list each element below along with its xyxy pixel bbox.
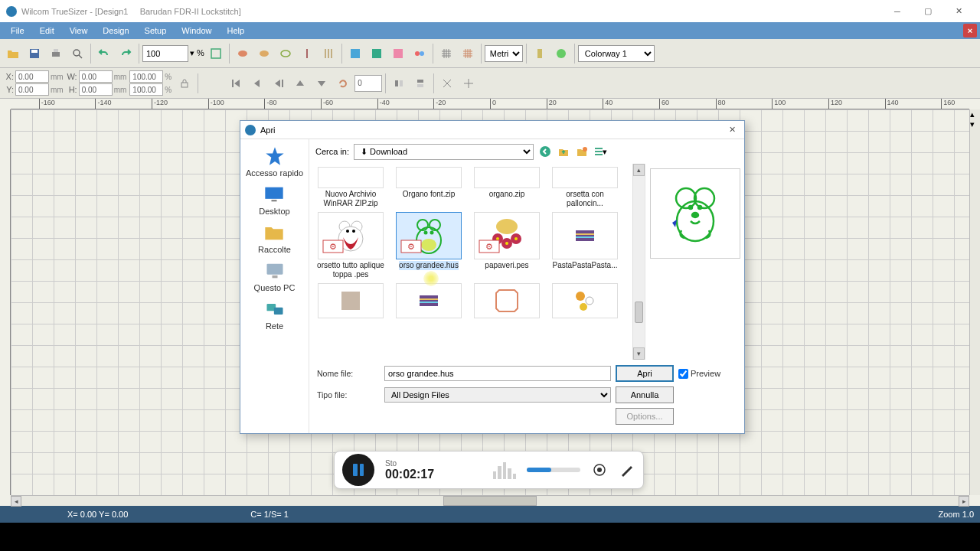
file-item[interactable] bbox=[315, 283, 386, 318]
place-collections[interactable]: Raccolte bbox=[258, 222, 291, 254]
menu-help[interactable]: Help bbox=[219, 24, 252, 37]
place-this-pc[interactable]: Questo PC bbox=[254, 260, 296, 292]
file-item[interactable]: ⚙papaveri.pes bbox=[472, 212, 542, 279]
undo-icon[interactable] bbox=[94, 44, 114, 64]
view-hoop-icon[interactable] bbox=[367, 44, 387, 64]
file-item[interactable]: organo.zip bbox=[472, 167, 542, 207]
file-item[interactable]: ⚙orsetto tutto aplique toppa .pes bbox=[315, 212, 386, 279]
nav-start-icon[interactable] bbox=[226, 73, 246, 93]
menu-view[interactable]: View bbox=[62, 24, 96, 37]
file-scroll-thumb[interactable] bbox=[635, 302, 643, 323]
lookin-select[interactable]: ⬇ Download bbox=[354, 144, 534, 160]
file-item[interactable]: ⚙orso grandee.hus bbox=[394, 212, 464, 279]
filename-input[interactable] bbox=[384, 366, 611, 381]
save-icon[interactable] bbox=[24, 44, 44, 64]
recorder-volume-slider[interactable] bbox=[527, 468, 580, 472]
file-scroll-up-icon[interactable]: ▴ bbox=[633, 164, 645, 176]
zoom-input[interactable] bbox=[142, 45, 188, 62]
recorder-draw-icon[interactable] bbox=[619, 461, 635, 478]
print-preview-icon[interactable] bbox=[67, 44, 87, 64]
file-item[interactable]: orsetta con palloncin... bbox=[550, 167, 620, 207]
menu-file[interactable]: File bbox=[3, 24, 32, 37]
open-icon[interactable] bbox=[3, 44, 23, 64]
close-document-button[interactable]: × bbox=[963, 24, 977, 37]
place-desktop[interactable]: Desktop bbox=[259, 184, 289, 216]
view-bg-icon[interactable] bbox=[388, 44, 408, 64]
file-scroll-down-icon[interactable]: ▾ bbox=[633, 347, 645, 360]
h-input[interactable] bbox=[79, 83, 113, 96]
filetype-select[interactable]: All Design Files bbox=[384, 387, 611, 403]
place-network[interactable]: Rete bbox=[264, 298, 286, 331]
open-button[interactable]: Apri bbox=[616, 365, 674, 382]
angle-input[interactable] bbox=[354, 75, 382, 92]
tool-a-icon[interactable] bbox=[437, 73, 457, 93]
scroll-thumb-h[interactable] bbox=[443, 496, 537, 506]
scroll-up-icon[interactable]: ▴ bbox=[970, 109, 980, 119]
file-item[interactable] bbox=[472, 283, 542, 318]
view-colors-icon[interactable] bbox=[410, 44, 430, 64]
recorder-pause-button[interactable] bbox=[342, 454, 374, 486]
mirror-v-icon[interactable] bbox=[410, 73, 430, 93]
file-item[interactable]: Organo font.zip bbox=[394, 167, 464, 207]
dialog-close-icon[interactable]: ✕ bbox=[724, 125, 740, 135]
file-item[interactable]: PastaPastaPasta... bbox=[550, 212, 620, 279]
nav-up-icon[interactable] bbox=[290, 73, 310, 93]
stitch-a-icon[interactable] bbox=[233, 44, 253, 64]
tool-b-icon[interactable] bbox=[459, 73, 479, 93]
redo-icon[interactable] bbox=[116, 44, 136, 64]
view-design-icon[interactable] bbox=[345, 44, 365, 64]
recorder-webcam-icon[interactable] bbox=[591, 461, 608, 478]
w-input[interactable] bbox=[79, 70, 113, 83]
preview-checkbox[interactable]: Preview bbox=[678, 369, 737, 379]
zoom-fit-icon[interactable] bbox=[206, 44, 226, 64]
needle-icon[interactable] bbox=[297, 44, 317, 64]
scroll-right-icon[interactable]: ▸ bbox=[959, 496, 969, 507]
nav-prev-color-icon[interactable] bbox=[269, 73, 289, 93]
svg-rect-20 bbox=[400, 80, 403, 86]
nav-back-icon[interactable] bbox=[538, 145, 552, 158]
nav-prev-icon[interactable] bbox=[247, 73, 267, 93]
nav-up-folder-icon[interactable] bbox=[557, 145, 570, 158]
cancel-button[interactable]: Annulla bbox=[616, 386, 674, 403]
scrollbar-horizontal[interactable]: ◂ ▸ bbox=[11, 495, 969, 506]
scroll-left-icon[interactable]: ◂ bbox=[11, 496, 21, 507]
options-button[interactable]: Options... bbox=[616, 408, 674, 425]
w-percent-input[interactable] bbox=[129, 70, 163, 83]
scrollbar-vertical[interactable]: ▴ ▾ bbox=[969, 109, 980, 495]
h-percent-input[interactable] bbox=[129, 83, 163, 96]
menu-edit[interactable]: Edit bbox=[32, 24, 62, 37]
nav-down-icon[interactable] bbox=[312, 73, 332, 93]
file-item[interactable] bbox=[550, 283, 620, 318]
trim-icon[interactable] bbox=[318, 44, 338, 64]
menu-window[interactable]: Window bbox=[174, 24, 219, 37]
mirror-h-icon[interactable] bbox=[389, 73, 409, 93]
grid-icon[interactable] bbox=[436, 44, 456, 64]
svg-rect-2 bbox=[52, 52, 60, 57]
units-select[interactable]: Metric bbox=[485, 45, 523, 62]
thread-icon[interactable] bbox=[530, 44, 550, 64]
file-grid[interactable]: Nuovo Archivio WinRAR ZIP.zipOrgano font… bbox=[309, 164, 632, 360]
lock-aspect-icon[interactable] bbox=[175, 73, 194, 93]
y-input[interactable] bbox=[15, 83, 49, 96]
palette-icon[interactable] bbox=[551, 44, 571, 64]
minimize-button[interactable]: ─ bbox=[882, 0, 913, 22]
scroll-down-icon[interactable]: ▾ bbox=[970, 119, 980, 129]
file-scrollbar[interactable]: ▴ ▾ bbox=[632, 164, 645, 360]
grid-snap-icon[interactable] bbox=[458, 44, 478, 64]
new-folder-icon[interactable] bbox=[575, 145, 589, 158]
file-item[interactable] bbox=[394, 283, 464, 318]
menu-design[interactable]: Design bbox=[95, 24, 136, 37]
stitch-c-icon[interactable] bbox=[276, 44, 296, 64]
stitch-b-icon[interactable] bbox=[254, 44, 274, 64]
menu-setup[interactable]: Setup bbox=[137, 24, 175, 37]
rotate-icon[interactable] bbox=[333, 73, 353, 93]
view-menu-icon[interactable]: ▾ bbox=[593, 145, 607, 158]
x-input[interactable] bbox=[15, 70, 49, 83]
menubar: File Edit View Design Setup Window Help … bbox=[0, 22, 980, 39]
place-quick-access[interactable]: Accesso rapido bbox=[246, 145, 303, 178]
colorway-select[interactable]: Colorway 1 bbox=[578, 45, 655, 62]
maximize-button[interactable]: ▢ bbox=[913, 0, 943, 22]
file-item[interactable]: Nuovo Archivio WinRAR ZIP.zip bbox=[315, 167, 386, 207]
close-button[interactable]: ✕ bbox=[943, 0, 974, 22]
print-icon[interactable] bbox=[46, 44, 66, 64]
